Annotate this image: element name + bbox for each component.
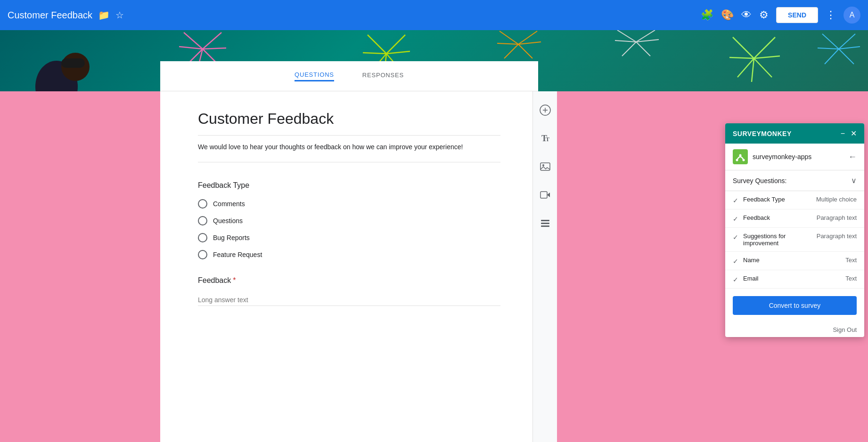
svg-line-35 [825, 49, 839, 64]
surveymonkey-panel: SURVEYMONKEY − ✕ surveymonkey-apps ← Sur… [725, 123, 864, 337]
sign-out-link[interactable]: Sign Out [725, 322, 864, 337]
sm-question-type-feedback-type: Multiple choice [816, 196, 857, 203]
form-title: Customer Feedback [198, 110, 500, 136]
svg-line-33 [822, 34, 839, 49]
radio-label-feature-request: Feature Request [213, 251, 262, 258]
left-background [0, 91, 160, 442]
radio-label-bug-reports: Bug Reports [213, 234, 250, 241]
folder-icon[interactable]: 📁 [98, 9, 110, 21]
radio-label-questions: Questions [213, 217, 243, 225]
star-icon[interactable]: ☆ [115, 9, 124, 21]
svg-rect-41 [61, 58, 85, 68]
svg-line-14 [500, 31, 518, 44]
convert-to-survey-button[interactable]: Convert to survey [733, 296, 857, 315]
add-circle-icon[interactable] [536, 101, 555, 120]
sm-logo [733, 149, 748, 164]
svg-point-55 [739, 154, 742, 157]
sm-question-row-name: ✓ Name Text [725, 252, 864, 270]
svg-line-28 [737, 58, 754, 77]
svg-line-18 [497, 43, 518, 44]
radio-circle-comments[interactable] [198, 199, 207, 209]
tools-sidebar: TT [532, 91, 557, 442]
svg-line-20 [617, 30, 636, 42]
svg-line-27 [754, 37, 775, 58]
svg-rect-52 [541, 223, 549, 224]
svg-rect-47 [540, 163, 550, 170]
sm-questions-title: Survey Questions: [733, 177, 786, 185]
radio-circle-feature-request[interactable] [198, 250, 207, 259]
sm-check-email[interactable]: ✓ [733, 276, 738, 283]
radio-option-feature-request: Feature Request [198, 250, 500, 259]
sm-question-type-feedback: Paragraph text [817, 214, 857, 221]
image-icon[interactable] [536, 157, 555, 176]
sm-header-actions: − ✕ [841, 129, 857, 138]
svg-rect-51 [541, 220, 549, 221]
question-title-feedback-type: Feedback Type [198, 181, 500, 190]
form-container: Customer Feedback We would love to hear … [160, 91, 538, 442]
svg-rect-53 [541, 225, 549, 227]
svg-line-4 [179, 47, 203, 49]
header: Customer Feedback 📁 ☆ 🧩 🎨 👁 ⚙ SEND ⋮ A [0, 0, 868, 30]
form-content: Customer Feedback We would love to hear … [160, 91, 538, 342]
text-icon[interactable]: TT [536, 129, 555, 148]
sm-question-name-name: Name [743, 257, 814, 264]
required-star: * [233, 276, 236, 284]
radio-option-comments: Comments [198, 199, 500, 209]
sm-check-feedback[interactable]: ✓ [733, 215, 738, 223]
svg-text:T: T [546, 136, 549, 143]
radio-circle-bug-reports[interactable] [198, 233, 207, 242]
radio-circle-questions[interactable] [198, 216, 207, 225]
sm-brand-row: surveymonkey-apps ← [725, 144, 864, 170]
settings-icon[interactable]: ⚙ [759, 9, 769, 21]
video-icon[interactable] [536, 185, 555, 204]
svg-line-30 [729, 57, 754, 58]
send-button[interactable]: SEND [776, 7, 818, 23]
svg-line-32 [752, 58, 754, 82]
svg-line-7 [368, 35, 386, 54]
svg-line-0 [184, 32, 203, 49]
sm-questions-header: Survey Questions: ∨ [725, 170, 864, 191]
more-options-icon[interactable]: ⋮ [826, 9, 836, 21]
feedback-input[interactable] [198, 294, 500, 306]
sm-question-name-feedback: Feedback [743, 214, 812, 221]
question-feedback: Feedback* [198, 276, 500, 306]
svg-line-12 [386, 51, 410, 54]
sm-brand-name: surveymonkey-apps [753, 153, 843, 161]
tab-questions[interactable]: QUESTIONS [295, 71, 334, 81]
svg-line-16 [504, 44, 518, 58]
sm-question-name-feedback-type: Feedback Type [743, 196, 811, 203]
app-title: Customer Feedback [8, 10, 92, 21]
radio-option-bug-reports: Bug Reports [198, 233, 500, 242]
sm-minimize-button[interactable]: − [841, 129, 845, 138]
svg-line-36 [839, 49, 854, 64]
sm-check-suggestions[interactable]: ✓ [733, 233, 738, 241]
avatar[interactable]: A [843, 7, 860, 24]
svg-line-1 [203, 32, 221, 49]
sm-check-feedback-type[interactable]: ✓ [733, 197, 738, 204]
svg-rect-49 [540, 192, 547, 198]
puzzle-icon[interactable]: 🧩 [701, 9, 713, 21]
palette-icon[interactable]: 🎨 [721, 9, 734, 21]
sm-collapse-chevron[interactable]: ∨ [851, 176, 857, 185]
svg-marker-50 [547, 193, 550, 197]
sm-question-row-feedback-type: ✓ Feedback Type Multiple choice [725, 191, 864, 209]
question-feedback-type: Feedback Type Comments Questions Bug Rep… [198, 181, 500, 259]
form-description: We would love to hear your thoughts or f… [198, 143, 500, 162]
svg-line-11 [363, 53, 386, 54]
sm-back-button[interactable]: ← [848, 152, 857, 162]
sm-question-row-feedback: ✓ Feedback Paragraph text [725, 209, 864, 228]
sm-close-button[interactable]: ✕ [851, 129, 857, 138]
radio-label-comments: Comments [213, 200, 245, 208]
tab-responses[interactable]: RESPONSES [362, 72, 404, 80]
svg-line-34 [839, 34, 855, 49]
sm-check-name[interactable]: ✓ [733, 257, 738, 265]
sm-question-type-suggestions: Paragraph text [817, 233, 857, 240]
tabs-bar: QUESTIONS RESPONSES [160, 61, 538, 91]
eye-icon[interactable]: 👁 [741, 9, 752, 21]
header-actions: 🧩 🎨 👁 ⚙ SEND ⋮ A [701, 7, 860, 24]
svg-line-31 [754, 56, 780, 58]
svg-line-38 [839, 47, 860, 49]
svg-line-26 [733, 37, 754, 58]
svg-line-24 [615, 40, 636, 42]
section-icon[interactable] [536, 214, 555, 233]
